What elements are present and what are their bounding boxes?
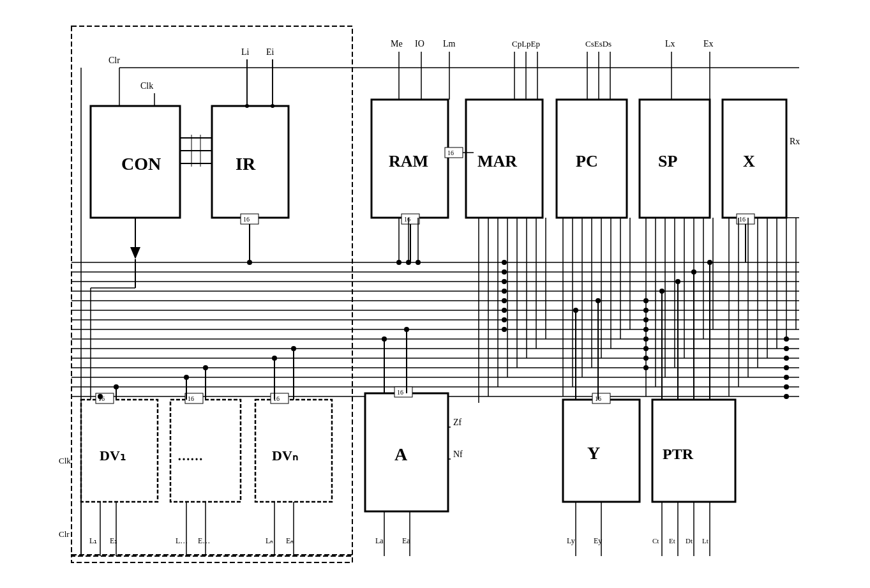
- ldots-label: L…: [176, 536, 188, 545]
- svg-point-51: [502, 289, 507, 294]
- svg-point-143: [203, 365, 208, 370]
- svg-point-99: [784, 365, 789, 370]
- ly-label: Ly: [567, 536, 575, 545]
- ey-label: Ey: [594, 536, 602, 545]
- ir-bus-16: 16: [243, 216, 250, 223]
- lx-label: Lx: [665, 39, 675, 49]
- ir-label: IR: [236, 154, 256, 174]
- dv1-label: DV₁: [100, 448, 126, 464]
- ea-label: Ea: [402, 536, 410, 545]
- dvdots-label: ……: [177, 449, 203, 463]
- pc-label: PC: [576, 152, 598, 170]
- svg-point-50: [502, 279, 507, 284]
- en-label: Eₙ: [286, 536, 294, 545]
- svg-point-52: [502, 298, 507, 303]
- svg-point-142: [184, 375, 189, 380]
- mar-label: MAR: [477, 152, 517, 170]
- ram-label: RAM: [389, 152, 428, 170]
- svg-point-101: [784, 384, 789, 389]
- svg-point-154: [573, 308, 578, 313]
- io-label: IO: [415, 39, 424, 49]
- svg-point-171: [245, 104, 249, 108]
- dt-label: Dt: [686, 537, 693, 545]
- svg-point-165: [247, 260, 252, 265]
- clk-bottom-label: Clk: [59, 456, 71, 465]
- svg-point-53: [502, 308, 507, 313]
- l1-label: L₁: [89, 536, 97, 545]
- sp-label: SP: [658, 152, 677, 170]
- a-bus-16: 16: [397, 389, 403, 396]
- csesds-label: CsEsDs: [585, 39, 611, 49]
- nf-label: Nf: [453, 449, 463, 459]
- svg-point-155: [596, 298, 601, 303]
- con-label: CON: [121, 154, 161, 174]
- me-label: Me: [391, 39, 403, 49]
- ex-label: Ex: [703, 39, 714, 49]
- svg-point-102: [784, 394, 789, 399]
- ram-bus-16: 16: [447, 149, 454, 156]
- a-label: A: [394, 444, 408, 464]
- svg-point-133: [406, 260, 411, 265]
- dvn-label: DVₙ: [272, 448, 298, 464]
- rx-label: Rx: [790, 137, 800, 146]
- ptr-label: PTR: [663, 446, 694, 462]
- clr-label: Clr: [109, 56, 120, 65]
- svg-point-98: [784, 356, 789, 361]
- svg-point-163: [707, 260, 712, 265]
- svg-point-138: [98, 394, 103, 399]
- dvdots-bus-16: 16: [188, 395, 194, 402]
- svg-point-162: [691, 269, 696, 275]
- svg-point-173: [271, 104, 274, 108]
- svg-point-151: [404, 327, 409, 332]
- ct-label: Ct: [652, 537, 659, 545]
- svg-point-147: [291, 346, 296, 351]
- edots-label: E…: [198, 536, 210, 545]
- svg-point-49: [502, 269, 507, 275]
- svg-point-48: [502, 260, 507, 265]
- y-box: [563, 400, 640, 502]
- ln-label: Lₙ: [266, 536, 273, 545]
- svg-point-134: [416, 260, 421, 265]
- circuit-diagram: Clr Clk Li Ei Me IO Lm CpLpEp CsEsDs Lx …: [52, 20, 818, 569]
- svg-point-150: [382, 336, 387, 342]
- ram-bus-16b: 16: [404, 216, 410, 223]
- e1-label: E₁: [110, 536, 117, 545]
- clr-bottom-label: Clr: [59, 529, 70, 539]
- lm-label: Lm: [443, 39, 456, 49]
- et-label: Et: [669, 537, 675, 545]
- zf-label: Zf: [453, 418, 462, 427]
- la-label: La: [375, 536, 384, 545]
- y-label: Y: [587, 443, 600, 463]
- svg-point-55: [502, 327, 507, 332]
- svg-point-54: [502, 317, 507, 322]
- svg-point-139: [114, 384, 119, 389]
- svg-point-146: [272, 356, 277, 361]
- svg-point-161: [675, 279, 680, 284]
- svg-point-132: [396, 260, 401, 265]
- svg-point-96: [784, 336, 789, 342]
- x-label: X: [743, 152, 755, 170]
- ei-label: Ei: [266, 47, 274, 57]
- clk-label-top: Clk: [140, 81, 153, 91]
- x-bus-16: 16: [739, 216, 746, 223]
- lt-label: Lt: [702, 537, 709, 545]
- svg-point-97: [784, 346, 789, 351]
- svg-point-100: [784, 375, 789, 380]
- svg-point-160: [659, 289, 664, 294]
- svg-marker-20: [130, 247, 140, 259]
- li-label: Li: [241, 47, 250, 57]
- cplpep-label: CpLpEp: [512, 39, 540, 49]
